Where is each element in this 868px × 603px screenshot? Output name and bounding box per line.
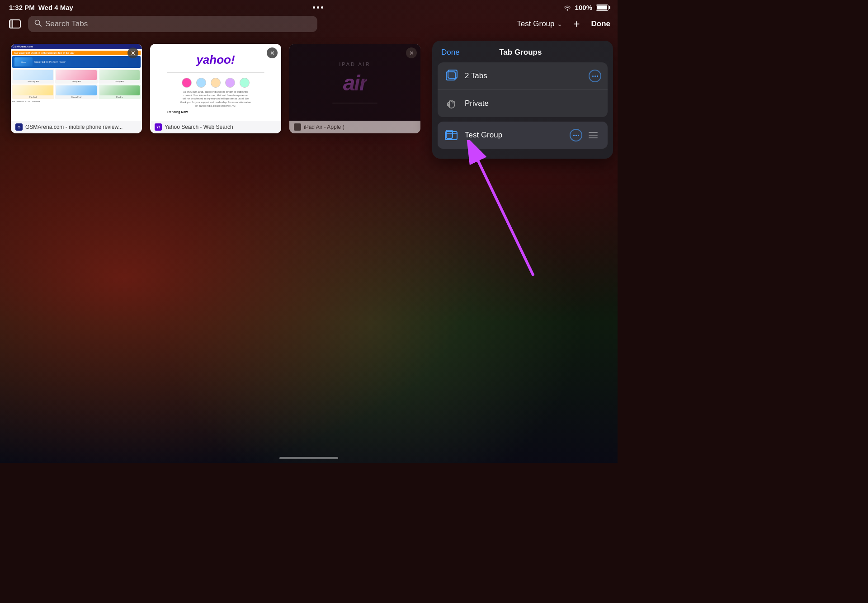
battery-icon [596,5,609,11]
tab-card-ipad[interactable]: ✕ iPad Air air iPad Air - Apple ( [289,44,420,133]
tab-close-gsm[interactable]: ✕ [127,47,138,58]
tab-thumbnail-yahoo: yahoo! [150,44,281,121]
test-group-reorder-handle[interactable] [589,129,601,141]
home-indicator [279,457,338,459]
dot1 [313,6,315,9]
yahoo-thumb-mock: yahoo! [150,44,281,121]
tab-title-bar-gsm: G GSMArena.com - mobile phone review... [11,121,142,133]
tab-card-yahoo[interactable]: ✕ yahoo! [150,44,281,133]
tab-thumbnail-gsm: GSMArena.com Fab Grab Fest! Check in to … [11,44,142,121]
panel-section-default: 2 Tabs [438,62,608,117]
tab-title-gsm: GSMArena.com - mobile phone review... [25,124,123,130]
chevron-down-icon: ⌄ [557,20,562,28]
tab-title-bar-yahoo: Y! Yahoo Search - Web Search [150,121,281,133]
dot3 [321,6,323,9]
tab-group-selector[interactable]: Test Group ⌄ [517,19,562,28]
status-bar: 1:32 PM Wed 4 May 100% [0,0,618,13]
tab-title-ipad: iPad Air - Apple ( [304,124,344,130]
tab-card-gsm[interactable]: ✕ GSMArena.com Fab Grab Fest! Check in t… [11,44,142,133]
battery-percent: 100% [575,4,592,11]
gsm-page-mock: GSMArena.com Fab Grab Fest! Check in to … [11,44,142,121]
yahoo-logo: yahoo! [196,53,235,67]
favicon-gsm: G [15,123,23,131]
panel-section-groups: Test Group [438,122,608,149]
wifi-icon [563,5,571,11]
tab-close-yahoo[interactable]: ✕ [267,47,278,58]
yahoo-search-bar [167,72,264,73]
svg-point-5 [257,72,260,73]
done-button[interactable]: Done [591,19,611,28]
search-input[interactable]: Search Tabs [45,19,88,28]
panel-title: Tab Groups [499,48,542,57]
2tabs-more-button[interactable] [589,70,601,82]
2tabs-label: 2 Tabs [465,71,582,80]
panel-item-2tabs[interactable]: 2 Tabs [438,62,608,90]
toolbar-right: Test Group ⌄ + Done [517,17,610,31]
favicon-apple [294,123,301,131]
yahoo-disclaimer: As of August 2016, Yahoo India will no l… [180,90,251,108]
svg-rect-8 [448,70,457,78]
panel-items: 2 Tabs [432,62,613,159]
tab-thumbnail-ipad: iPad Air air [289,44,420,121]
search-icon [34,19,42,28]
ipad-thumb-mock: iPad Air air [289,44,420,121]
svg-line-4 [39,24,42,27]
battery-fill [597,5,607,9]
panel-item-private[interactable]: Private [438,90,608,117]
toolbar: Search Tabs Test Group ⌄ + Done [0,13,618,35]
test-group-more-button[interactable] [570,129,582,141]
status-dots [313,6,323,9]
private-label: Private [465,99,601,108]
svg-rect-10 [446,130,453,138]
ipad-air-text: air [343,71,367,95]
panel-item-test-group[interactable]: Test Group [438,122,608,149]
add-tab-button[interactable]: + [570,17,584,31]
dot2 [317,6,319,9]
tab-title-bar-ipad: iPad Air - Apple ( [289,121,420,133]
tabs-icon [444,69,458,83]
tab-title-yahoo: Yahoo Search - Web Search [165,124,233,130]
tab-group-name: Test Group [517,19,554,28]
tab-groups-panel: Done Tab Groups 2 Tabs [432,41,613,159]
folder-icon [444,128,458,142]
favicon-yahoo: Y! [155,123,162,131]
sidebar-toggle-button[interactable] [7,16,23,32]
panel-done-button[interactable]: Done [441,48,460,57]
svg-rect-1 [9,20,13,28]
status-date: Wed 4 May [38,4,73,11]
status-time: 1:32 PM [9,4,35,11]
private-icon [444,96,458,111]
status-right: 100% [563,4,609,11]
search-bar[interactable]: Search Tabs [28,16,317,32]
panel-header: Done Tab Groups [432,41,613,62]
sidebar-icon [9,19,21,28]
tab-close-ipad[interactable]: ✕ [406,47,417,58]
test-group-label: Test Group [465,131,563,140]
yahoo-trending-label: Trending Now [167,110,188,113]
